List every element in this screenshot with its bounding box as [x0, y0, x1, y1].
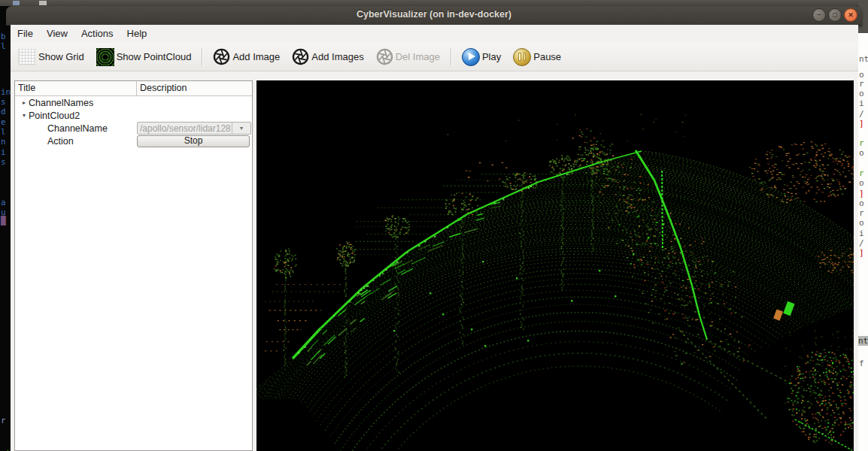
- terminal-char: in: [1, 87, 11, 97]
- background-terminal-right[interactable]: ntoroi/]roro]oroi/]ntf: [858, 0, 868, 451]
- del-image-label: Del Image: [396, 51, 440, 62]
- window-controls: − ◻ ✕: [812, 8, 857, 22]
- central-widget: Title Description ▸ ChannelNames ▾ Point…: [11, 71, 858, 451]
- background-terminal-left[interactable]: blinsdelnisau█rnt: [0, 6, 11, 451]
- pointcloud-canvas[interactable]: [256, 80, 854, 451]
- channel-tree-panel: Title Description ▸ ChannelNames ▾ Point…: [14, 80, 253, 451]
- terminal-char: o: [859, 89, 864, 98]
- terminal-char: l: [1, 41, 6, 51]
- window-body: File View Actions Help Show Grid Show Po…: [11, 25, 858, 451]
- terminal-char: d: [1, 107, 6, 117]
- show-pointcloud-button[interactable]: Show PointCloud: [90, 47, 198, 68]
- tree-label: Action: [47, 136, 74, 147]
- play-button[interactable]: Play: [456, 47, 507, 68]
- toolbar: Show Grid Show PointCloud Add Image: [11, 43, 858, 71]
- terminal-char: r: [1, 416, 6, 425]
- tree-row-channelnames[interactable]: ▸ ChannelNames: [15, 96, 252, 109]
- background-window-fragment: [39, 1, 47, 5]
- tree-row-pointcloud2[interactable]: ▾ PointCloud2: [15, 109, 252, 122]
- grid-icon: [18, 49, 36, 65]
- terminal-char: i: [859, 98, 864, 108]
- terminal-char: nt: [1, 448, 11, 451]
- play-icon: [462, 48, 480, 66]
- terminal-char: s: [1, 157, 6, 167]
- menu-help[interactable]: Help: [120, 25, 154, 43]
- aperture-icon: [376, 48, 393, 65]
- close-button[interactable]: ✕: [844, 8, 857, 22]
- channel-name-value: /apollo/sensor/lidar128: [138, 123, 232, 134]
- terminal-char: o: [859, 198, 864, 208]
- chevron-down-icon: ▾: [232, 123, 250, 134]
- tree-row-channelname: ChannelName /apollo/sensor/lidar128 ▾: [15, 122, 252, 135]
- terminal-char: s: [1, 97, 6, 107]
- terminal-char: o: [859, 178, 864, 188]
- show-grid-label: Show Grid: [38, 51, 84, 62]
- column-header-description[interactable]: Description: [137, 81, 252, 95]
- pointcloud-viewport[interactable]: [256, 80, 854, 451]
- maximize-button[interactable]: ◻: [828, 8, 842, 22]
- add-image-label: Add Image: [232, 51, 280, 62]
- channel-name-combo[interactable]: /apollo/sensor/lidar128 ▾: [137, 122, 251, 135]
- terminal-char: █: [1, 216, 6, 226]
- tree-label: ChannelNames: [29, 98, 93, 108]
- terminal-char: l: [1, 127, 6, 137]
- terminal-char: a: [1, 198, 6, 207]
- terminal-char: r: [859, 138, 864, 148]
- window-title: CyberVisualizer (on in-dev-docker): [6, 9, 862, 20]
- toolbar-separator: [451, 48, 451, 66]
- terminal-char: f: [859, 359, 864, 368]
- terminal-char: ]: [859, 189, 864, 198]
- background-window-strip[interactable]: [0, 0, 868, 6]
- terminal-char: /: [859, 109, 864, 119]
- terminal-char: i: [859, 229, 864, 238]
- pause-label: Pause: [533, 51, 561, 62]
- pause-icon: [513, 48, 531, 66]
- show-pointcloud-label: Show PointCloud: [117, 51, 192, 62]
- aperture-icon: [213, 48, 230, 65]
- menu-actions[interactable]: Actions: [74, 25, 120, 43]
- terminal-char: e: [1, 117, 6, 127]
- show-grid-button[interactable]: Show Grid: [12, 47, 90, 67]
- menu-bar: File View Actions Help: [11, 25, 858, 43]
- tree-header: Title Description: [15, 81, 252, 96]
- terminal-char: r: [859, 208, 864, 218]
- terminal-char: /: [859, 238, 864, 248]
- pointcloud-thumbnail-icon: [96, 48, 114, 66]
- menu-file[interactable]: File: [11, 25, 40, 43]
- add-images-label: Add Images: [311, 51, 363, 62]
- tree-label: PointCloud2: [29, 110, 80, 121]
- column-header-title[interactable]: Title: [15, 81, 137, 95]
- add-images-button[interactable]: Add Images: [286, 47, 369, 67]
- aperture-icon: [292, 48, 309, 65]
- terminal-char: ]: [859, 119, 864, 129]
- add-image-button[interactable]: Add Image: [207, 47, 286, 67]
- tree-row-action: Action Stop: [15, 135, 252, 147]
- terminal-char: nt: [859, 54, 868, 64]
- terminal-char: r: [859, 168, 864, 178]
- expand-arrow-icon[interactable]: ▸: [20, 99, 29, 106]
- minimize-button[interactable]: −: [812, 8, 826, 22]
- terminal-char: o: [859, 148, 864, 158]
- del-image-button: Del Image: [370, 47, 446, 67]
- terminal-char: ]: [859, 248, 864, 258]
- terminal-char: n: [1, 137, 6, 147]
- stop-button[interactable]: Stop: [137, 135, 250, 147]
- window-titlebar[interactable]: CyberVisualizer (on in-dev-docker) − ◻ ✕: [6, 6, 862, 26]
- pause-button[interactable]: Pause: [507, 47, 567, 68]
- collapse-arrow-icon[interactable]: ▾: [20, 112, 29, 119]
- terminal-char: i: [1, 147, 6, 157]
- terminal-char: r: [859, 79, 864, 89]
- play-label: Play: [482, 51, 501, 62]
- terminal-char: o: [859, 218, 864, 228]
- toolbar-separator: [202, 48, 202, 66]
- terminal-char: b: [1, 32, 6, 41]
- tree-label: ChannelName: [47, 123, 108, 134]
- terminal-char: nt: [858, 336, 868, 346]
- background-window-fragment: [13, 1, 20, 5]
- menu-view[interactable]: View: [40, 25, 74, 43]
